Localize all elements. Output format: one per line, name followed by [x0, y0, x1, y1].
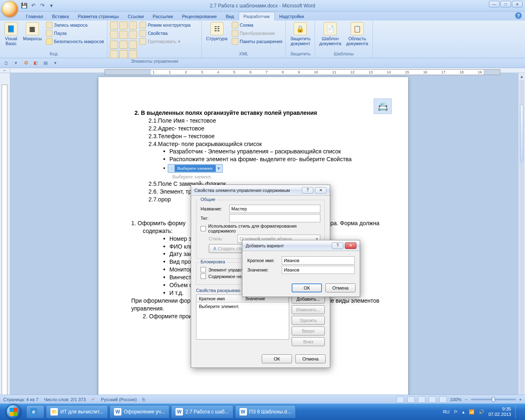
taskbar-item[interactable]: WПЗ 8 Шаблоны.d... — [235, 405, 296, 418]
ok-button[interactable]: ОК — [292, 283, 322, 292]
dialog-help-button[interactable]: ? — [332, 242, 343, 249]
value-input[interactable] — [282, 266, 355, 274]
view-print-layout[interactable] — [397, 396, 404, 403]
tray-network-icon[interactable]: 📶 — [469, 409, 475, 415]
taskbar-ie[interactable]: e — [26, 405, 44, 418]
tab-layout[interactable]: Разметка страницы — [73, 12, 123, 21]
start-button[interactable] — [2, 404, 25, 420]
zoom-out-icon[interactable]: − — [465, 397, 467, 402]
tab-mailings[interactable]: Рассылки — [148, 12, 177, 21]
dialog-titlebar[interactable]: Свойства элемента управления содержимым … — [191, 185, 330, 196]
tray-up-icon[interactable]: ▴ — [462, 409, 465, 415]
scroll-up-icon[interactable]: ▲ — [518, 73, 525, 80]
maximize-button[interactable]: □ — [500, 1, 511, 7]
group-icon — [139, 38, 146, 45]
office-button[interactable] — [2, 1, 18, 17]
tab-home[interactable]: Главная — [21, 12, 48, 21]
col-shortname[interactable]: Краткое имя — [196, 295, 243, 302]
tray-volume-icon[interactable]: 🔊 — [479, 409, 484, 415]
schema[interactable]: Схема — [231, 21, 283, 29]
more-icon[interactable]: ▾ — [52, 59, 59, 67]
status-page[interactable]: Страница: 4 из 7 — [3, 397, 39, 402]
pause-macro[interactable]: Пауза — [45, 30, 105, 37]
tray-clock[interactable]: 9:35 07.02.2013 — [488, 406, 511, 417]
status-proofing-icon[interactable]: ✓ — [91, 397, 95, 402]
expansion-packs[interactable]: Пакеты расширения — [231, 38, 283, 45]
protect-document[interactable]: 🔒Защитить документ — [288, 21, 312, 47]
macros-button[interactable]: ▦Макросы — [21, 21, 43, 42]
qat-more[interactable]: ▾ — [48, 2, 55, 9]
vertical-scrollbar[interactable]: ▲ ▼ ◦ ○ ◦ — [518, 73, 525, 420]
close-button[interactable]: ✕ — [512, 1, 523, 7]
tray-flag-icon[interactable]: 🏳 — [454, 409, 458, 414]
document-panel[interactable]: 📋Область документа — [345, 21, 370, 47]
new-icon[interactable]: 🗋 — [2, 59, 10, 67]
status-insert-icon[interactable]: ⎘ — [142, 397, 145, 402]
tab-review[interactable]: Рецензирование — [178, 12, 221, 21]
taskbar-item[interactable]: WОформление уч... — [110, 405, 169, 418]
tab-view[interactable]: Вид — [221, 12, 239, 21]
tab-insert[interactable]: Вставка — [48, 12, 73, 21]
control-handle-icon[interactable]: ⋮ — [169, 165, 175, 172]
lock-delete-checkbox[interactable] — [201, 267, 206, 272]
vertical-ruler[interactable] — [0, 73, 10, 420]
tab-developer[interactable]: Разработчик — [239, 12, 275, 21]
dropdown-hint: Выберите элемент. — [172, 173, 379, 180]
zoom-icon[interactable]: ▤ — [42, 59, 49, 67]
lock-edit-checkbox[interactable] — [201, 274, 206, 279]
minimize-button[interactable]: — — [489, 1, 500, 7]
transform[interactable]: Преобразование — [231, 30, 283, 37]
dialog-close-button[interactable]: ✕ — [315, 187, 326, 194]
dialog-close-button[interactable]: ✕ — [345, 242, 356, 249]
view-full-screen[interactable] — [407, 396, 415, 403]
cancel-button[interactable]: Отмена — [295, 354, 326, 363]
document-template[interactable]: 📄Шаблон документа — [317, 21, 343, 47]
dropdown-content-control[interactable]: ⋮ Выберите элемент. ▼ — [168, 164, 223, 173]
view-outline[interactable] — [429, 396, 436, 403]
show-desktop[interactable] — [515, 405, 519, 418]
view-draft[interactable] — [439, 396, 447, 403]
help-icon[interactable]: ? — [515, 12, 522, 19]
qat-save[interactable]: 💾 — [21, 2, 28, 9]
status-language[interactable]: Русский (Россия) — [101, 397, 137, 402]
control-gallery-1[interactable] — [110, 21, 137, 39]
properties[interactable]: Свойства — [139, 30, 191, 37]
dialog-help-button[interactable]: ? — [302, 187, 313, 194]
design-mode[interactable]: Режим конструктора — [139, 21, 191, 29]
tag-input[interactable] — [229, 214, 320, 222]
shortname-input[interactable] — [282, 256, 355, 265]
zoom-level[interactable]: 100% — [450, 397, 461, 402]
style-icon[interactable]: ✪ — [22, 59, 30, 67]
preview-icon[interactable]: ◧ — [32, 59, 39, 67]
view-web[interactable] — [418, 396, 425, 403]
tray-lang[interactable]: RU — [443, 409, 450, 414]
chevron-down-icon[interactable]: ▼ — [216, 166, 221, 171]
structure-button[interactable]: ☷Структура — [204, 21, 229, 42]
tab-addins[interactable]: Надстройки — [275, 12, 308, 21]
horizontal-ruler[interactable]: 112345678910111213141516171819 — [10, 68, 525, 73]
name-input[interactable] — [229, 205, 320, 213]
visual-basic-button[interactable]: 📘Visual Basic — [2, 21, 20, 47]
taskbar-item[interactable]: W2.7 Работа с шаб... — [171, 405, 233, 418]
options-listbox[interactable]: Краткое имяЗначение Выберите элемент. — [196, 294, 289, 340]
group-control[interactable]: Группировать▾ — [139, 38, 191, 45]
qat-redo[interactable]: ↷ — [39, 2, 46, 9]
open-icon[interactable]: ▾ — [12, 59, 20, 67]
dialog-titlebar[interactable]: Добавить вариант ? ✕ — [242, 240, 360, 251]
control-gallery-2[interactable] — [110, 41, 137, 58]
list-item[interactable]: Выберите элемент. — [196, 303, 289, 310]
status-words[interactable]: Число слов: 2/1 373 — [44, 397, 86, 402]
ok-button[interactable]: ОК — [262, 354, 292, 363]
zoom-in-icon[interactable]: + — [519, 397, 522, 402]
zoom-slider[interactable] — [471, 399, 516, 400]
ruler-corner[interactable]: ⌐ — [0, 68, 10, 73]
tab-references[interactable]: Ссылки — [123, 12, 148, 21]
use-style-checkbox[interactable] — [201, 226, 206, 231]
qat-undo[interactable]: ↶ — [30, 2, 37, 9]
macro-security[interactable]: Безопасность макросов — [45, 38, 105, 45]
record-macro[interactable]: Запись макроса — [45, 21, 105, 29]
taskbar-item[interactable]: 📁ИТ для вычислит... — [46, 405, 108, 418]
dialog-title: Добавить вариант — [246, 243, 284, 248]
scroll-thumb[interactable] — [520, 105, 523, 162]
cancel-button[interactable]: Отмена — [325, 283, 356, 292]
